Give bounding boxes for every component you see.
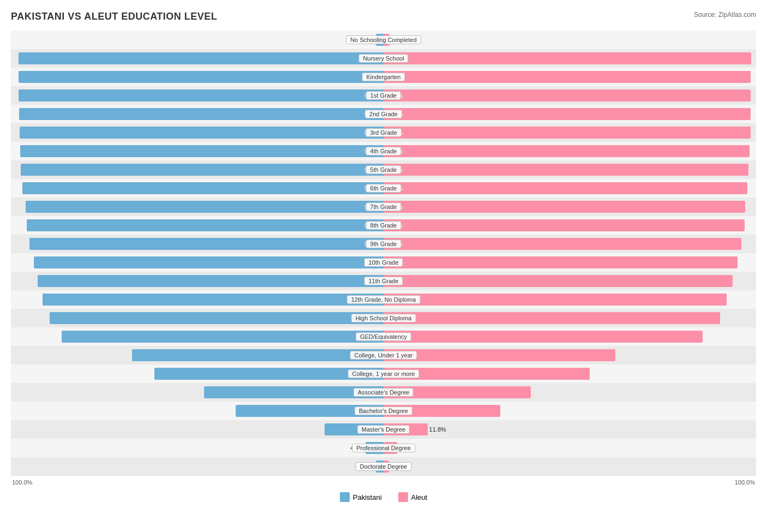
center-label: 8th Grade xyxy=(366,221,402,230)
center-label: Nursery School xyxy=(358,54,408,63)
blue-bar: 97.7% xyxy=(20,127,384,139)
center-label: 2nd Grade xyxy=(365,110,402,118)
right-half: 85.6% xyxy=(384,327,756,346)
left-half: 95.7% xyxy=(11,216,384,235)
right-half: 98.0% xyxy=(384,160,756,179)
center-label: 12th Grade, No Diploma xyxy=(347,295,421,304)
pink-bar: 90.4% xyxy=(384,312,720,324)
bar-row: 97.5%98.2%4th Grade xyxy=(11,142,756,160)
axis-left-label: 100.0% xyxy=(12,479,32,486)
right-half: 98.6% xyxy=(384,68,756,86)
center-label: 9th Grade xyxy=(366,240,402,248)
bar-row: 96.0%97.1%7th Grade xyxy=(11,198,756,216)
blue-bar: 97.0% xyxy=(22,182,384,194)
blue-bar: 97.9% xyxy=(19,89,384,101)
center-label: 3rd Grade xyxy=(365,128,402,137)
left-half: 91.5% xyxy=(11,290,384,309)
bar-row: 15.8%11.8%Master's Degree xyxy=(11,420,756,439)
blue-bar: 95.0% xyxy=(29,238,384,250)
left-half: 2.0% xyxy=(11,457,384,476)
aleut-swatch xyxy=(398,492,408,502)
pink-bar: 98.6% xyxy=(384,108,751,120)
bar-row: 67.5%62.2%College, Under 1 year xyxy=(11,346,756,364)
pink-bar: 98.0% xyxy=(384,164,748,176)
chart-source: Source: ZipAtlas.com xyxy=(694,11,756,19)
right-half: 97.7% xyxy=(384,179,756,198)
left-half: 92.8% xyxy=(11,272,384,290)
right-half: 11.8% xyxy=(384,420,756,439)
legend-pakistani-label: Pakistani xyxy=(353,493,382,501)
chart-rows-wrapper: 2.1%1.6%No Schooling Completed97.9%98.7%… xyxy=(11,31,756,476)
right-half: 39.6% xyxy=(384,383,756,402)
right-half: 3.6% xyxy=(384,439,756,457)
left-half: 97.5% xyxy=(11,142,384,160)
bar-row: 39.7%31.3%Bachelor's Degree xyxy=(11,402,756,420)
right-half: 93.7% xyxy=(384,272,756,290)
blue-bar: 97.5% xyxy=(20,145,384,157)
bar-row: 2.1%1.6%No Schooling Completed xyxy=(11,31,756,49)
chart-container: PAKISTANI VS ALEUT EDUCATION LEVEL Sourc… xyxy=(11,11,756,502)
bar-row: 61.5%55.4%College, 1 year or more xyxy=(11,364,756,383)
center-label: 7th Grade xyxy=(366,202,402,211)
center-label: Kindergarten xyxy=(362,73,405,81)
blue-bar: 95.7% xyxy=(27,219,384,231)
legend-aleut-label: Aleut xyxy=(411,493,428,501)
blue-bar: 97.9% xyxy=(19,52,384,64)
right-half: 95.0% xyxy=(384,253,756,272)
bar-row: 2.0%1.5%Doctorate Degree xyxy=(11,457,756,476)
bar-row: 48.1%39.6%Associate's Degree xyxy=(11,383,756,402)
chart-title: PAKISTANI VS ALEUT EDUCATION LEVEL xyxy=(11,11,217,22)
right-half: 90.4% xyxy=(384,309,756,327)
center-label: GED/Equivalency xyxy=(356,332,411,341)
bar-row: 97.8%98.6%2nd Grade xyxy=(11,105,756,123)
bar-row: 92.8%93.7%11th Grade xyxy=(11,272,756,290)
bar-row: 93.9%95.0%10th Grade xyxy=(11,253,756,272)
axis-right-label: 100.0% xyxy=(735,479,755,486)
right-half: 98.2% xyxy=(384,142,756,160)
pink-bar: 85.6% xyxy=(384,331,703,343)
legend: Pakistani Aleut xyxy=(11,492,756,502)
chart-header: PAKISTANI VS ALEUT EDUCATION LEVEL Sourc… xyxy=(11,11,756,22)
right-half: 97.1% xyxy=(384,198,756,216)
center-label: Professional Degree xyxy=(352,444,415,452)
right-half: 1.6% xyxy=(384,31,756,49)
bar-row: 4.8%3.6%Professional Degree xyxy=(11,439,756,457)
bar-row: 91.5%92.1%12th Grade, No Diploma xyxy=(11,290,756,309)
pink-bar: 93.7% xyxy=(384,275,733,287)
left-half: 93.9% xyxy=(11,253,384,272)
blue-bar: 89.6% xyxy=(50,312,384,324)
pink-bar: 98.7% xyxy=(384,52,751,64)
left-half: 97.9% xyxy=(11,68,384,86)
center-label: 10th Grade xyxy=(364,258,403,267)
bar-row: 97.7%98.5%3rd Grade xyxy=(11,123,756,142)
pakistani-swatch xyxy=(340,492,350,502)
right-half: 31.3% xyxy=(384,402,756,420)
left-half: 95.0% xyxy=(11,235,384,253)
right-half: 98.6% xyxy=(384,105,756,123)
left-half: 97.3% xyxy=(11,160,384,179)
center-label: 1st Grade xyxy=(366,91,401,100)
blue-bar: 97.9% xyxy=(19,71,384,83)
center-label: 5th Grade xyxy=(366,165,402,174)
left-half: 97.0% xyxy=(11,179,384,198)
right-half: 98.7% xyxy=(384,49,756,68)
bar-row: 97.0%97.7%6th Grade xyxy=(11,179,756,198)
blue-bar: 67.5% xyxy=(132,349,384,361)
left-half: 96.0% xyxy=(11,198,384,216)
pink-bar: 98.6% xyxy=(384,71,751,83)
right-value-label: 11.8% xyxy=(428,426,446,433)
bar-row: 86.4%85.6%GED/Equivalency xyxy=(11,327,756,346)
left-half: 97.9% xyxy=(11,49,384,68)
legend-pakistani: Pakistani xyxy=(340,492,382,502)
pink-bar: 92.1% xyxy=(384,294,727,306)
right-half: 55.4% xyxy=(384,364,756,383)
left-half: 97.7% xyxy=(11,123,384,142)
center-label: Doctorate Degree xyxy=(356,462,412,471)
right-half: 98.5% xyxy=(384,123,756,142)
blue-bar: 91.5% xyxy=(43,294,384,306)
bar-row: 97.3%98.0%5th Grade xyxy=(11,160,756,179)
center-label: College, Under 1 year xyxy=(350,351,417,360)
left-half: 48.1% xyxy=(11,383,384,402)
pink-bar: 62.2% xyxy=(384,349,615,361)
left-half: 89.6% xyxy=(11,309,384,327)
